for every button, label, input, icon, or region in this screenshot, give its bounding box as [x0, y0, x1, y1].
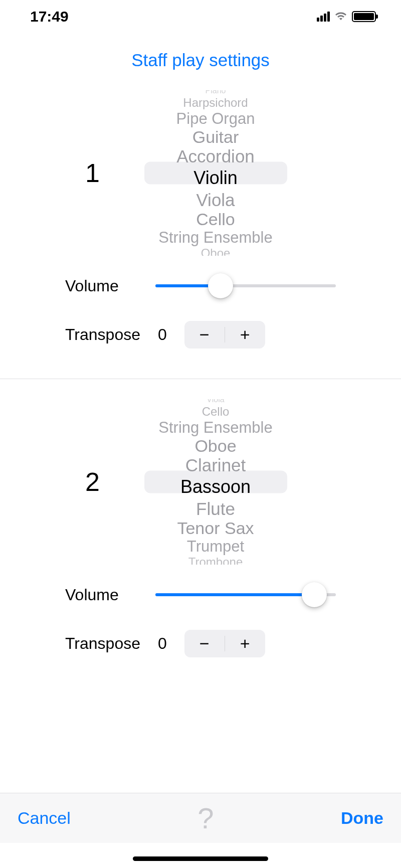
status-indicators [317, 10, 376, 23]
controls: VolumeTranspose0−+ [0, 256, 401, 379]
stepper-plus-button[interactable]: + [225, 321, 265, 349]
staff-number: 1 [85, 158, 100, 188]
picker-item[interactable]: Guitar [192, 128, 239, 145]
volume-slider[interactable] [155, 582, 336, 607]
transpose-row: Transpose0−+ [65, 321, 336, 349]
volume-label: Volume [65, 277, 155, 295]
picker-item[interactable]: Violin [193, 169, 237, 187]
picker-item[interactable]: Trumpet [187, 539, 244, 554]
transpose-row: Transpose0−+ [65, 630, 336, 657]
picker-item[interactable]: Clarinet [185, 456, 246, 474]
stepper-minus-button[interactable]: − [184, 321, 225, 349]
slider-thumb[interactable] [302, 582, 327, 607]
staff-section-1: 1PianoHarpsichordPipe OrganGuitarAccordi… [0, 70, 401, 379]
status-bar: 17:49 [0, 0, 401, 33]
help-icon[interactable]: ? [197, 801, 214, 835]
battery-icon [352, 11, 376, 22]
picker-item[interactable]: Piano [206, 90, 226, 95]
picker-item[interactable]: Trombone [188, 556, 243, 565]
instrument-picker[interactable]: ViolaCelloString EnsembleOboeClarinetBas… [144, 399, 287, 565]
volume-row: Volume [65, 273, 336, 298]
picker-item[interactable]: Oboe [201, 247, 231, 256]
status-time: 17:49 [30, 8, 69, 25]
home-indicator[interactable] [133, 856, 268, 861]
picker-item[interactable]: Bassoon [180, 478, 251, 496]
volume-slider[interactable] [155, 273, 336, 298]
instrument-picker[interactable]: PianoHarpsichordPipe OrganGuitarAccordio… [144, 90, 287, 256]
transpose-value: 0 [158, 325, 167, 344]
transpose-stepper: −+ [184, 630, 265, 657]
picker-item[interactable]: Pipe Organ [176, 111, 255, 126]
cancel-button[interactable]: Cancel [18, 808, 71, 828]
volume-label: Volume [65, 586, 155, 604]
slider-thumb[interactable] [208, 273, 233, 298]
transpose-value: 0 [158, 634, 167, 653]
stepper-minus-button[interactable]: − [184, 630, 225, 657]
wifi-icon [335, 10, 347, 23]
picker-item[interactable]: Oboe [194, 437, 236, 454]
picker-item[interactable]: Flute [196, 500, 235, 517]
volume-row: Volume [65, 582, 336, 607]
controls: VolumeTranspose0−+ [0, 565, 401, 687]
page-title: Staff play settings [0, 50, 401, 70]
picker-item[interactable]: Cello [196, 211, 235, 228]
done-button[interactable]: Done [341, 808, 383, 828]
picker-item[interactable]: Viola [196, 191, 235, 209]
transpose-label: Transpose [65, 325, 155, 344]
picker-item[interactable]: Harpsichord [183, 97, 248, 109]
cellular-icon [317, 12, 330, 22]
picker-item[interactable]: Cello [202, 406, 230, 418]
picker-item[interactable]: String Ensemble [158, 420, 272, 435]
staff-number: 2 [85, 467, 100, 497]
transpose-stepper: −+ [184, 321, 265, 349]
picker-item[interactable]: Accordion [176, 147, 255, 165]
picker-item[interactable]: Tenor Sax [177, 519, 254, 537]
stepper-plus-button[interactable]: + [225, 630, 265, 657]
toolbar: Cancel ? Done [0, 793, 401, 843]
staff-heading: 1PianoHarpsichordPipe OrganGuitarAccordi… [0, 90, 401, 256]
transpose-label: Transpose [65, 634, 155, 653]
staff-heading: 2ViolaCelloString EnsembleOboeClarinetBa… [0, 399, 401, 565]
picker-item[interactable]: Viola [207, 399, 224, 404]
staff-section-2: 2ViolaCelloString EnsembleOboeClarinetBa… [0, 379, 401, 687]
picker-item[interactable]: String Ensemble [158, 230, 272, 245]
